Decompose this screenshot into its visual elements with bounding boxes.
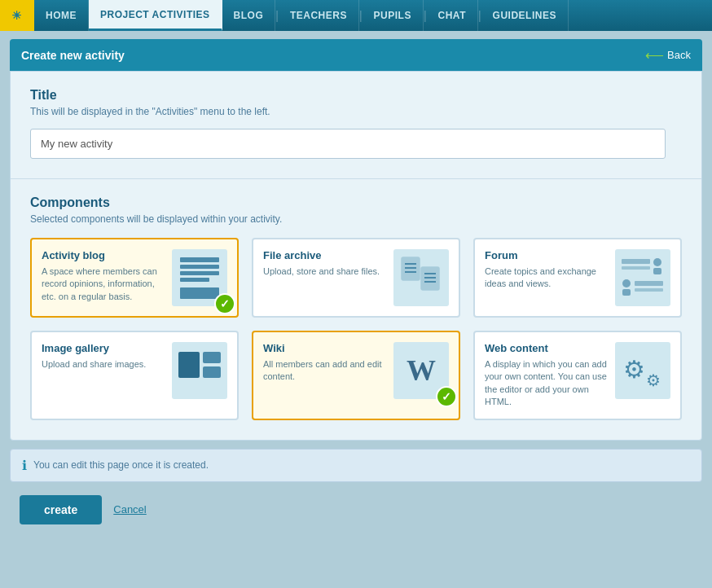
component-icon-web: ⚙ ⚙ xyxy=(615,342,670,399)
component-desc-file: Upload, store and share files. xyxy=(263,265,385,278)
component-icon-wiki: W ✓ xyxy=(393,342,449,399)
component-name-web: Web content xyxy=(485,342,607,354)
component-info-web: Web content A display in which you can a… xyxy=(485,342,607,409)
svg-text:☀: ☀ xyxy=(11,9,22,22)
component-card-web-content[interactable]: Web content A display in which you can a… xyxy=(473,331,682,420)
component-icon-forum xyxy=(615,249,670,306)
component-name-gallery: Image gallery xyxy=(42,342,164,354)
cancel-button[interactable]: Cancel xyxy=(113,503,146,516)
info-text: You can edit this page once it is create… xyxy=(33,459,209,471)
component-card-file-archive[interactable]: File archive Upload, store and share fil… xyxy=(252,238,460,318)
svg-point-12 xyxy=(653,258,661,266)
back-link[interactable]: ⟵ Back xyxy=(645,47,691,63)
component-desc-blog: A space where members can record opinion… xyxy=(42,265,164,303)
svg-rect-10 xyxy=(622,259,650,264)
component-icon-gallery xyxy=(172,342,227,399)
wiki-letter-icon: W xyxy=(407,353,436,388)
component-icon-blog: ✓ xyxy=(172,249,227,306)
svg-rect-18 xyxy=(178,352,200,378)
svg-text:⚙: ⚙ xyxy=(646,371,661,389)
components-description: Selected components will be displayed wi… xyxy=(30,213,682,225)
component-info-blog: Activity blog A space where members can … xyxy=(42,249,164,303)
component-name-blog: Activity blog xyxy=(42,249,164,261)
component-card-wiki[interactable]: Wiki All members can add and edit conten… xyxy=(252,331,460,420)
info-bar: ℹ You can edit this page once it is crea… xyxy=(10,449,702,482)
nav-item-chat[interactable]: CHAT xyxy=(427,0,478,31)
info-icon: ℹ xyxy=(22,458,27,473)
navigation: ☀ HOME PROJECT ACTIVITIES BLOG | TEACHER… xyxy=(0,0,712,31)
svg-rect-13 xyxy=(653,268,661,274)
check-badge-blog: ✓ xyxy=(214,293,235,314)
svg-text:⚙: ⚙ xyxy=(623,356,645,383)
title-section: Title This will be displayed in the "Act… xyxy=(11,72,701,179)
component-name-forum: Forum xyxy=(485,249,607,261)
nav-item-guidelines[interactable]: GUIDELINES xyxy=(481,0,569,31)
component-info-wiki: Wiki All members can add and edit conten… xyxy=(263,342,385,384)
back-label: Back xyxy=(667,49,691,61)
component-card-image-gallery[interactable]: Image gallery Upload and share images. xyxy=(30,331,239,420)
component-desc-wiki: All members can add and edit content. xyxy=(263,358,385,384)
component-card-activity-blog[interactable]: Activity blog A space where members can … xyxy=(30,238,239,318)
page-title: Create new activity xyxy=(21,49,125,62)
activity-title-input[interactable] xyxy=(30,129,666,159)
page-content: Create new activity ⟵ Back Title This wi… xyxy=(0,31,712,546)
nav-item-blog[interactable]: BLOG xyxy=(222,0,276,31)
component-info-forum: Forum Create topics and exchange ideas a… xyxy=(485,249,607,291)
component-grid: Activity blog A space where members can … xyxy=(30,238,682,420)
components-section: Components Selected components will be d… xyxy=(11,179,701,440)
component-name-file: File archive xyxy=(263,249,385,261)
component-desc-gallery: Upload and share images. xyxy=(42,358,164,371)
nav-item-teachers[interactable]: TEACHERS xyxy=(279,0,359,31)
svg-rect-16 xyxy=(635,281,663,286)
component-icon-file xyxy=(393,249,449,306)
header-bar: Create new activity ⟵ Back xyxy=(10,39,702,71)
back-arrow-icon: ⟵ xyxy=(645,47,664,63)
svg-rect-17 xyxy=(635,288,663,292)
title-heading: Title xyxy=(30,88,682,103)
svg-rect-19 xyxy=(203,352,221,363)
component-desc-web: A display in which you can add your own … xyxy=(485,358,607,409)
button-row: create Cancel xyxy=(10,495,702,524)
component-desc-forum: Create topics and exchange ideas and vie… xyxy=(485,265,607,291)
nav-item-project-activities[interactable]: PROJECT ACTIVITIES xyxy=(89,0,222,31)
svg-rect-15 xyxy=(622,289,631,296)
nav-logo: ☀ xyxy=(0,0,34,31)
component-info-gallery: Image gallery Upload and share images. xyxy=(42,342,164,371)
component-card-forum[interactable]: Forum Create topics and exchange ideas a… xyxy=(473,238,682,318)
component-name-wiki: Wiki xyxy=(263,342,385,354)
svg-rect-20 xyxy=(203,366,221,378)
component-info-file: File archive Upload, store and share fil… xyxy=(263,249,385,278)
svg-rect-11 xyxy=(622,266,650,270)
create-button[interactable]: create xyxy=(20,495,102,524)
title-description: This will be displayed in the "Activitie… xyxy=(30,106,682,117)
check-badge-wiki: ✓ xyxy=(436,386,457,407)
svg-point-14 xyxy=(622,279,631,287)
nav-item-home[interactable]: HOME xyxy=(34,0,89,31)
components-heading: Components xyxy=(30,195,682,210)
nav-item-pupils[interactable]: PUPILS xyxy=(363,0,424,31)
main-card: Title This will be displayed in the "Act… xyxy=(10,71,702,441)
